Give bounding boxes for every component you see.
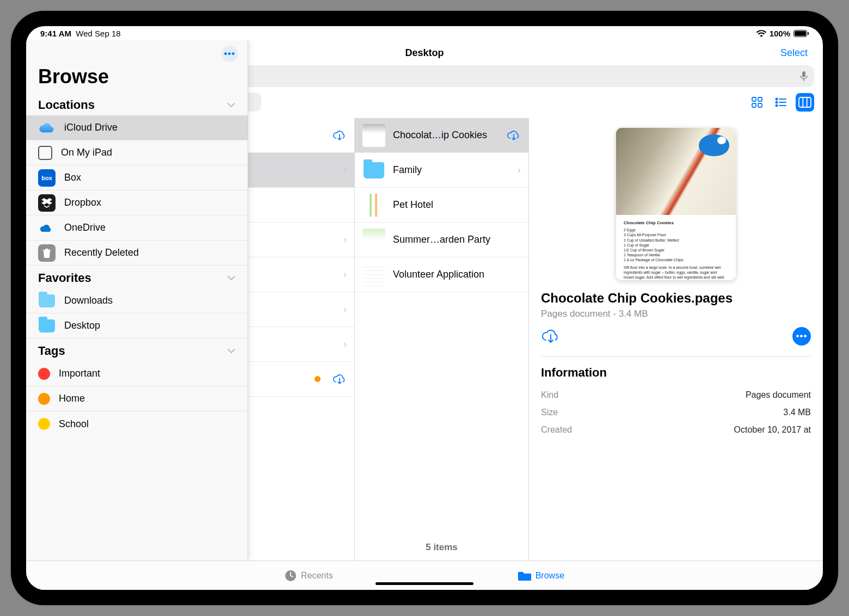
sidebar-item-icloud[interactable]: iCloud Drive xyxy=(26,115,248,140)
svg-rect-10 xyxy=(752,97,756,101)
column-2: Chocolat…ip Cookies Family› Pet Hotel Su… xyxy=(355,118,529,560)
status-time: 9:41 AM xyxy=(40,29,71,38)
page-title: Desktop xyxy=(405,47,444,59)
chevron-down-icon xyxy=(227,102,236,108)
file-row[interactable]: Volunteer Application xyxy=(355,257,528,292)
dictate-icon[interactable] xyxy=(800,71,808,82)
browse-sidebar: ••• Browse Locations iCloud Drive On My … xyxy=(26,40,248,560)
file-row[interactable]: Summer…arden Party xyxy=(355,223,528,257)
trash-icon xyxy=(38,244,56,262)
onedrive-icon xyxy=(38,219,56,237)
chevron-right-icon: › xyxy=(343,164,347,176)
tab-recents[interactable]: Recents xyxy=(285,570,333,582)
sidebar-item-dropbox[interactable]: Dropbox xyxy=(26,190,248,215)
svg-rect-12 xyxy=(752,103,756,107)
view-columns-button[interactable] xyxy=(796,93,814,112)
sidebar-title: Browse xyxy=(26,65,248,93)
sidebar-item-desktop[interactable]: Desktop xyxy=(26,313,248,338)
svg-rect-5 xyxy=(802,71,805,77)
section-tags[interactable]: Tags xyxy=(26,338,248,361)
sidebar-item-onedrive[interactable]: OneDrive xyxy=(26,215,248,241)
chevron-right-icon: › xyxy=(518,164,521,176)
svg-rect-2 xyxy=(808,32,809,35)
svg-rect-1 xyxy=(795,31,806,36)
item-count: 5 items xyxy=(355,534,528,560)
sidebar-tag-school[interactable]: School xyxy=(26,411,248,436)
sidebar-item-box[interactable]: boxBox xyxy=(26,165,248,190)
download-button[interactable] xyxy=(541,328,561,344)
detail-pane: Chocolate Chip Cookies 2 Eggs 3 Cups All… xyxy=(529,118,823,560)
chevron-down-icon xyxy=(227,275,236,281)
svg-rect-13 xyxy=(758,103,762,107)
folder-icon xyxy=(38,317,56,335)
chevron-right-icon: › xyxy=(343,304,347,315)
more-actions-button[interactable]: ••• xyxy=(792,327,811,346)
svg-rect-11 xyxy=(758,97,762,101)
chevron-right-icon: › xyxy=(343,269,347,280)
folder-icon xyxy=(38,292,56,310)
status-bar: 9:41 AM Wed Sep 18 100% xyxy=(26,26,823,40)
download-icon[interactable] xyxy=(333,373,347,385)
file-preview[interactable]: Chocolate Chip Cookies 2 Eggs 3 Cups All… xyxy=(616,128,736,280)
tag-dot-icon xyxy=(38,368,50,380)
info-heading: Information xyxy=(541,366,811,380)
svg-point-14 xyxy=(776,98,778,100)
svg-point-18 xyxy=(776,104,778,106)
chevron-right-icon: › xyxy=(343,338,347,350)
battery-icon xyxy=(793,30,809,37)
ipad-icon xyxy=(38,146,52,160)
box-icon: box xyxy=(38,169,56,187)
sidebar-item-onmyipad[interactable]: On My iPad xyxy=(26,140,248,165)
sidebar-tag-home[interactable]: Home xyxy=(26,386,248,411)
section-locations[interactable]: Locations xyxy=(26,93,248,115)
status-date: Wed Sep 18 xyxy=(76,29,120,38)
file-row[interactable]: Chocolat…ip Cookies xyxy=(355,118,528,153)
sidebar-item-downloads[interactable]: Downloads xyxy=(26,288,248,313)
svg-point-16 xyxy=(776,101,778,103)
view-list-button[interactable] xyxy=(772,93,790,112)
battery-percent: 100% xyxy=(770,29,790,38)
dropbox-icon xyxy=(38,194,56,212)
file-row[interactable]: Family› xyxy=(355,153,528,188)
tab-browse[interactable]: Browse xyxy=(518,570,564,581)
sidebar-tag-important[interactable]: Important xyxy=(26,361,248,386)
icloud-icon xyxy=(38,119,56,137)
sidebar-more-button[interactable]: ••• xyxy=(222,46,238,62)
wifi-icon xyxy=(756,30,766,37)
info-row: CreatedOctober 10, 2017 at xyxy=(541,421,811,439)
file-name: Chocolate Chip Cookies.pages xyxy=(541,290,811,306)
tag-dot-icon xyxy=(38,418,50,430)
view-icons-button[interactable] xyxy=(748,93,766,112)
download-icon[interactable] xyxy=(507,130,521,141)
file-subtitle: Pages document - 3.4 MB xyxy=(541,309,811,319)
home-indicator[interactable] xyxy=(376,582,473,585)
tag-dot xyxy=(315,376,321,382)
file-row[interactable]: Pet Hotel xyxy=(355,188,528,223)
info-row: KindPages document xyxy=(541,386,811,404)
clock-icon xyxy=(285,570,297,582)
tag-dot-icon xyxy=(38,393,50,405)
section-favorites[interactable]: Favorites xyxy=(26,266,248,288)
chevron-right-icon: › xyxy=(343,234,347,245)
select-button[interactable]: Select xyxy=(780,47,808,59)
svg-rect-20 xyxy=(799,97,811,107)
folder-icon xyxy=(518,570,531,581)
info-row: Size3.4 MB xyxy=(541,404,811,421)
tab-bar: Recents Browse xyxy=(26,560,823,590)
chevron-down-icon xyxy=(227,348,236,354)
sidebar-item-trash[interactable]: Recently Deleted xyxy=(26,241,248,266)
download-icon[interactable] xyxy=(333,130,347,141)
